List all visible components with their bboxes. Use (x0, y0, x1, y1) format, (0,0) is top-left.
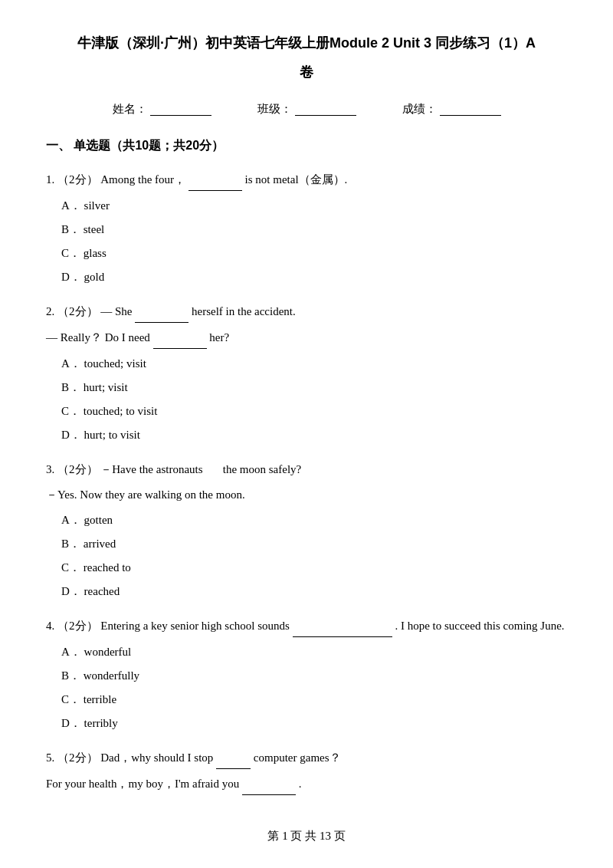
q2-optB-label: B． (61, 381, 80, 393)
q2-line2: — Really？ Do I need her? (46, 327, 567, 349)
q4-optC-text: terrible (84, 693, 116, 705)
info-row: 姓名： 班级： 成绩： (46, 99, 567, 120)
q4-optB-text: wonderfully (84, 669, 139, 682)
q3-optB-label: B． (61, 538, 80, 550)
q2-dash2: — Really？ Do I need (46, 331, 153, 344)
q2-blank1 (135, 301, 188, 323)
q4-optD-label: D． (61, 717, 81, 729)
q3-optC-text: reached to (84, 561, 131, 574)
q3-line2: －Yes. Now they are walking on the moon. (46, 485, 567, 505)
q3-score: （2分） (57, 463, 98, 475)
q2-score: （2分） (57, 305, 98, 317)
q3-optD-label: D． (61, 585, 81, 597)
q3-dash2: －Yes. Now they are walking on the moon. (46, 488, 245, 501)
q2-optA: A． touched; visit (46, 353, 567, 374)
q5-text1: Dad，why should I stop (100, 751, 216, 764)
q5-text4: . (299, 778, 302, 790)
q5-blank1 (216, 748, 251, 769)
q3-optA: A． gotten (46, 510, 567, 531)
q4-num: 4. (46, 620, 57, 632)
name-label: 姓名： (113, 99, 147, 120)
q4-score: （2分） (57, 620, 98, 632)
q3-optD: D． reached (46, 581, 567, 602)
q3-optB: B． arrived (46, 534, 567, 554)
q2-blank2 (153, 327, 207, 349)
q3-optC: C． reached to (46, 557, 567, 578)
q4-optB: B． wonderfully (46, 666, 567, 686)
q4-text1: Entering a key senior high school sounds (100, 620, 292, 632)
class-value (295, 102, 356, 116)
q2-optC: C． touched; to visit (46, 401, 567, 422)
q5-blank2 (242, 774, 296, 795)
question-1: 1. （2分） Among the four， is not metal（金属）… (46, 169, 567, 288)
q1-optB: B． steel (46, 219, 567, 240)
q2-optC-label: C． (61, 405, 80, 417)
q5-score: （2分） (57, 751, 98, 764)
question-2: 2. （2分） — She herself in the accident. —… (46, 301, 567, 446)
q5-stem: 5. （2分） Dad，why should I stop computer g… (46, 748, 567, 769)
question-5: 5. （2分） Dad，why should I stop computer g… (46, 748, 567, 795)
q1-optA: A． silver (46, 196, 567, 216)
page-footer: 第 1 页 共 13 页 (46, 826, 567, 847)
score-value (440, 102, 501, 116)
q1-optD-text: gold (84, 271, 105, 283)
q4-optD-text: terribly (84, 717, 118, 729)
name-value (150, 102, 211, 116)
q2-stem: 2. （2分） — She herself in the accident. (46, 301, 567, 323)
q3-optA-label: A． (61, 514, 81, 526)
q4-optC: C． terrible (46, 689, 567, 710)
q3-optD-text: reached (84, 585, 120, 597)
q2-optD-label: D． (61, 429, 81, 441)
footer-text: 第 1 页 共 13 页 (267, 830, 345, 842)
q4-optA: A． wonderful (46, 642, 567, 663)
q2-dash1: — She (100, 305, 135, 317)
q1-optC-text: glass (84, 247, 107, 259)
q1-optC: C． glass (46, 243, 567, 264)
q1-optD: D． gold (46, 267, 567, 288)
q4-optD: D． terribly (46, 713, 567, 734)
question-4: 4. （2分） Entering a key senior high schoo… (46, 616, 567, 734)
question-3: 3. （2分） －Have the astronauts the moon sa… (46, 459, 567, 602)
q1-text1: Among the four， (100, 173, 185, 186)
q3-stem: 3. （2分） －Have the astronauts the moon sa… (46, 459, 567, 480)
page-title-line2: 卷 (46, 60, 567, 84)
q1-optD-label: D． (61, 271, 81, 283)
score-field: 成绩： (402, 99, 501, 120)
section1-title: 一、 单选题（共10题；共20分） (46, 135, 567, 157)
page-title: 牛津版（深圳·广州）初中英语七年级上册Module 2 Unit 3 同步练习（… (46, 31, 567, 55)
q3-num: 3. (46, 463, 57, 475)
q1-text2: is not metal（金属）. (245, 173, 348, 186)
q2-text1: herself in the accident. (192, 305, 296, 317)
score-label: 成绩： (402, 99, 437, 120)
q2-optD-text: hurt; to visit (84, 429, 140, 441)
q5-num: 5. (46, 751, 57, 764)
q4-stem: 4. （2分） Entering a key senior high schoo… (46, 616, 567, 637)
q3-dash1: －Have the astronauts the moon safely? (100, 463, 301, 475)
q2-optA-text: touched; visit (84, 357, 146, 370)
q2-optA-label: A． (61, 357, 81, 370)
q2-num: 2. (46, 305, 57, 317)
q1-blank (188, 169, 242, 191)
q3-optA-text: gotten (84, 514, 113, 526)
q3-optC-label: C． (61, 561, 80, 574)
q4-text2: . I hope to succeed this coming June. (395, 620, 564, 632)
q5-text3: For your health，my boy，I'm afraid you (46, 778, 242, 790)
q1-score: （2分） (57, 173, 98, 186)
q4-optA-text: wonderful (84, 646, 132, 658)
q4-optA-label: A． (61, 646, 81, 658)
q2-text2: her? (209, 331, 229, 344)
class-field: 班级： (257, 99, 356, 120)
name-field: 姓名： (113, 99, 211, 120)
class-label: 班级： (257, 99, 292, 120)
q1-stem: 1. （2分） Among the four， is not metal（金属）… (46, 169, 567, 191)
q5-text2: computer games？ (254, 751, 341, 764)
q1-optC-label: C． (61, 247, 80, 259)
q2-optD: D． hurt; to visit (46, 425, 567, 446)
q2-optC-text: touched; to visit (84, 405, 158, 417)
q2-optB: B． hurt; visit (46, 377, 567, 398)
q3-optB-text: arrived (84, 538, 116, 550)
q1-num: 1. (46, 173, 57, 186)
q1-optA-text: silver (84, 199, 110, 212)
q5-line2: For your health，my boy，I'm afraid you . (46, 774, 567, 795)
q1-optA-label: A． (61, 199, 81, 212)
